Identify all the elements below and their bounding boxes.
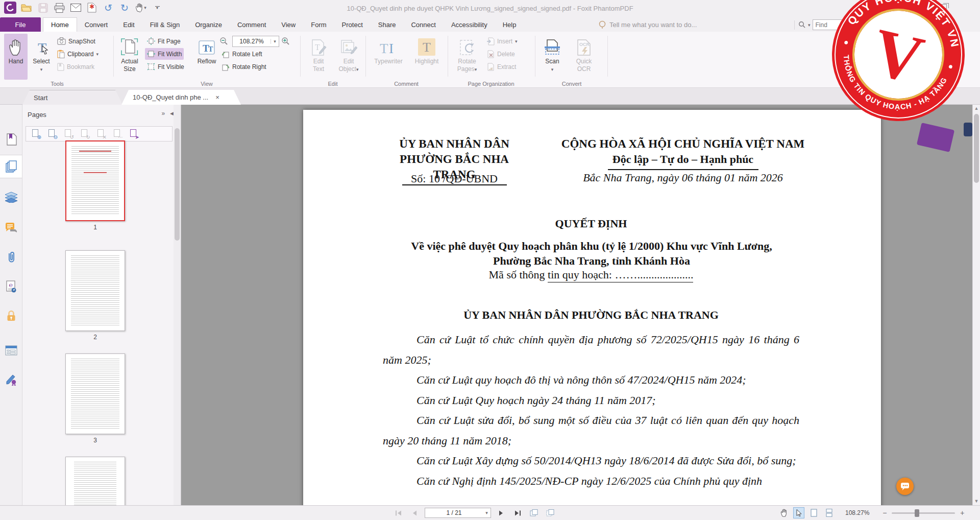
pages-panel-scrollbar[interactable] [174, 105, 181, 505]
thumbnail-zoom-in-icon[interactable]: ⊕ [31, 129, 40, 139]
edit-text-button[interactable]: T EditText [305, 34, 332, 80]
previous-page-button[interactable] [408, 510, 421, 516]
tab-organize[interactable]: Organize [187, 17, 230, 32]
thumbnail-zoom-out-icon[interactable]: ⊖ [47, 129, 57, 139]
continuous-view-icon[interactable] [823, 509, 835, 517]
tab-fill-sign[interactable]: Fill & Sign [142, 17, 188, 32]
page-thumbnail-3[interactable] [65, 353, 125, 434]
tab-form[interactable]: Form [303, 17, 334, 32]
doc-tab-active[interactable]: 10-QĐ_Quyet dinh phe ... × [121, 90, 241, 105]
zoom-level-combobox[interactable]: 108.27% ▾ [232, 36, 279, 47]
panel-collapse-icon[interactable]: ◀ [170, 111, 174, 117]
highlight-button[interactable]: T Highlight [409, 34, 444, 80]
rotate-right-button[interactable]: Rotate Right [219, 61, 268, 73]
find-options-dropdown-icon[interactable]: ▾ [808, 22, 811, 28]
save-icon[interactable] [37, 2, 49, 14]
previous-view-button[interactable] [528, 509, 540, 516]
tell-me-search[interactable]: Tell me what you want to do... [599, 17, 697, 32]
tab-help[interactable]: Help [495, 17, 524, 32]
bookmark-button[interactable]: Bookmark [55, 61, 96, 73]
hand-tool-button[interactable]: Hand [4, 34, 28, 80]
tab-comment[interactable]: Comment [230, 17, 274, 32]
pages-panel-scrollbar-thumb[interactable] [175, 128, 180, 241]
extract-pages-button[interactable]: Extract [485, 61, 518, 73]
scroll-down-icon[interactable]: ▼ [973, 498, 980, 505]
doc-tab-start[interactable]: Start [22, 90, 122, 105]
security-panel-icon[interactable] [0, 304, 22, 327]
quick-ocr-button[interactable]: OCR QuickOCR [569, 34, 599, 80]
tab-share[interactable]: Share [371, 17, 404, 32]
tab-file[interactable]: File [0, 17, 41, 32]
rotate-pages-button[interactable]: RotatePages▾ [452, 34, 482, 80]
page-thumbnail-2[interactable] [65, 250, 125, 331]
open-file-icon[interactable] [20, 2, 33, 14]
insert-pages-button[interactable]: Insert▾ [485, 35, 520, 47]
delete-page-icon[interactable]: ✕ [96, 129, 106, 139]
fit-page-button[interactable]: Fit Page [145, 35, 183, 47]
zoom-dropdown-icon[interactable]: ▾ [271, 39, 279, 44]
rotate-page-cw-icon[interactable]: ↻ [80, 129, 89, 139]
digital-sign-panel-icon[interactable] [0, 368, 22, 391]
clipboard-button[interactable]: Clipboard▾ [55, 48, 101, 60]
fit-visible-button[interactable]: Fit Visible [145, 61, 186, 73]
help-chat-bubble[interactable] [896, 478, 914, 495]
actual-size-button[interactable]: ActualSize [116, 34, 143, 80]
tab-view[interactable]: View [274, 17, 303, 32]
attachments-panel-icon[interactable] [0, 245, 22, 269]
tab-edit[interactable]: Edit [115, 17, 142, 32]
tab-connect[interactable]: Connect [403, 17, 443, 32]
document-scrollbar[interactable]: ▲ ▼ [972, 105, 980, 505]
first-page-button[interactable] [392, 510, 404, 516]
last-page-button[interactable] [511, 510, 524, 516]
zoom-in-button[interactable] [281, 35, 291, 47]
tab-accessibility[interactable]: Accessibility [444, 17, 495, 32]
page-thumbnail-1[interactable] [65, 140, 125, 221]
status-select-tool-icon[interactable] [793, 507, 804, 518]
pages-panel-icon[interactable] [0, 155, 22, 178]
snapshot-button[interactable]: SnapShot [55, 35, 97, 47]
tab-home[interactable]: Home [43, 17, 77, 32]
doc-tab-close-icon[interactable]: × [215, 93, 219, 101]
typewriter-button[interactable]: TI Typewriter [370, 34, 407, 80]
email-icon[interactable] [69, 2, 82, 14]
rotate-left-button[interactable]: Rotate Left [219, 48, 264, 60]
page-number-dropdown-icon[interactable]: ▾ [483, 510, 491, 515]
select-tool-button[interactable]: T Select▾ [30, 34, 53, 80]
page-number-box[interactable]: 1 / 21 ▾ [425, 508, 491, 518]
edit-object-button[interactable]: EditObject▾ [334, 34, 363, 80]
customize-qat-icon[interactable]: ▾ [151, 2, 163, 14]
zoom-out-button[interactable] [219, 35, 230, 47]
document-scrollbar-thumb[interactable] [974, 114, 979, 183]
create-pdf-icon[interactable]: ✱ [86, 2, 98, 14]
redo-icon[interactable]: ↻ [118, 2, 131, 14]
next-page-button[interactable] [495, 510, 507, 516]
next-view-button[interactable] [544, 509, 556, 516]
find-search-icon[interactable] [798, 21, 806, 29]
bookmarks-panel-icon[interactable] [0, 128, 22, 151]
document-view[interactable]: ỦY BAN NHÂN DÂN PHƯỜNG BẮC NHA TRANG Số:… [181, 105, 972, 505]
undo-icon[interactable]: ↺ [102, 2, 114, 14]
delete-pages-button[interactable]: Delete [485, 48, 517, 60]
tab-protect[interactable]: Protect [334, 17, 371, 32]
reflow-button[interactable]: TT Reflow [194, 34, 219, 80]
single-page-view-icon[interactable] [807, 509, 820, 517]
print-icon[interactable] [53, 2, 65, 14]
status-hand-tool-icon[interactable] [778, 509, 790, 517]
panel-expand-icon[interactable]: » [161, 110, 165, 117]
layers-panel-icon[interactable] [0, 185, 22, 209]
status-zoom-out-icon[interactable]: − [880, 509, 889, 517]
status-zoom-in-icon[interactable]: + [958, 509, 966, 517]
tab-convert[interactable]: Convert [77, 17, 116, 32]
scan-button[interactable]: Scan▾ [539, 34, 566, 80]
fit-width-button[interactable]: Fit Width [145, 48, 184, 60]
form-fields-panel-icon[interactable] [0, 339, 22, 362]
app-logo-icon[interactable] [4, 2, 16, 14]
scroll-up-icon[interactable]: ▲ [973, 105, 980, 112]
comments-panel-icon[interactable] [0, 216, 22, 240]
zoom-slider-thumb[interactable] [915, 509, 919, 517]
rotate-page-ccw-icon[interactable]: ↺ [64, 129, 73, 139]
signatures-panel-icon[interactable]: ℮ [0, 275, 22, 298]
share-page-icon[interactable]: ➤ [129, 129, 138, 139]
hand-tool-quick-icon[interactable]: ▾ [135, 2, 147, 14]
page-options-icon[interactable]: ⋯ [113, 129, 122, 139]
